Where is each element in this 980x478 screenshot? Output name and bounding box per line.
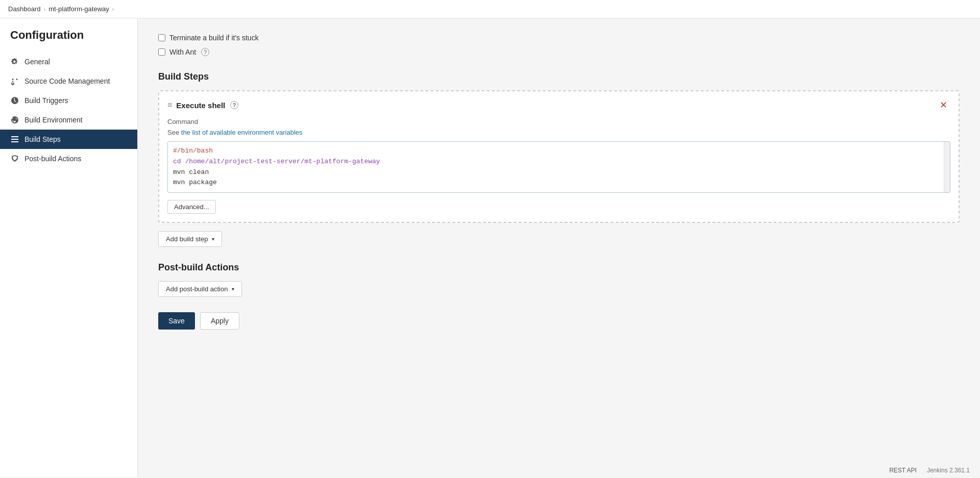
execute-shell-title: ≡ Execute shell ? <box>167 100 238 110</box>
add-build-step-label: Add build step <box>166 235 208 243</box>
with-ant-help-icon[interactable]: ? <box>201 48 209 56</box>
terminate-label: Terminate a build if it's stuck <box>169 34 259 42</box>
code-line-mvn-clean: mvn clean <box>173 167 945 178</box>
code-line-cd: cd /home/alt/project-test-server/mt-plat… <box>173 157 945 167</box>
execute-shell-help-icon[interactable]: ? <box>230 101 238 109</box>
sidebar-item-build-triggers[interactable]: Build Triggers <box>0 91 137 110</box>
env-variables-link[interactable]: the list of available environment variab… <box>181 129 303 136</box>
add-post-build-button[interactable]: Add post-build action ▾ <box>158 281 242 297</box>
add-build-step-button[interactable]: Add build step ▾ <box>158 231 222 247</box>
advanced-button[interactable]: Advanced... <box>167 200 216 214</box>
sidebar-item-source-code[interactable]: Source Code Management <box>0 71 137 91</box>
sidebar-title: Configuration <box>0 29 137 52</box>
code-line-mvn-package: mvn package <box>173 178 945 188</box>
gear-icon <box>10 57 19 66</box>
post-build-section: Post-build Actions Add post-build action… <box>158 262 960 297</box>
clock-icon <box>10 96 19 105</box>
footer: REST API Jenkins 2.361.1 <box>879 463 980 477</box>
package-icon <box>10 154 19 163</box>
execute-shell-label: Execute shell <box>176 101 225 110</box>
with-ant-checkbox-row: With Ant ? <box>158 48 960 56</box>
add-build-step-caret: ▾ <box>212 236 214 242</box>
main-content: Terminate a build if it's stuck With Ant… <box>138 18 980 477</box>
build-steps-title: Build Steps <box>158 71 960 82</box>
drag-icon: ≡ <box>167 100 172 110</box>
terminate-checkbox[interactable] <box>158 34 165 41</box>
env-link-text: See the list of available environment va… <box>167 129 950 136</box>
breadcrumb-dashboard[interactable]: Dashboard <box>8 5 41 13</box>
code-line-bash: #/bin/bash <box>173 146 945 157</box>
branch-icon <box>10 77 19 86</box>
breadcrumb: Dashboard › mt-platform-gateway › <box>0 0 980 18</box>
sidebar-item-general[interactable]: General <box>0 52 137 71</box>
add-post-build-caret: ▾ <box>232 286 234 292</box>
post-build-title: Post-build Actions <box>158 262 960 273</box>
command-label: Command <box>167 118 950 125</box>
execute-shell-block: ≡ Execute shell ? ✕ Command See the list… <box>158 90 960 223</box>
svg-rect-0 <box>11 136 18 137</box>
jenkins-version: Jenkins 2.361.1 <box>927 467 970 474</box>
action-bar: Save Apply <box>158 312 960 330</box>
build-steps-section: Build Steps ≡ Execute shell ? ✕ Command … <box>158 71 960 247</box>
sidebar-item-build-triggers-label: Build Triggers <box>24 96 68 105</box>
sidebar-item-build-environment[interactable]: Build Environment <box>0 110 137 130</box>
rest-api-link[interactable]: REST API <box>889 467 917 474</box>
shell-code-display[interactable]: #/bin/bash cd /home/alt/project-test-ser… <box>167 141 950 193</box>
with-ant-label: With Ant <box>169 48 196 56</box>
sidebar: Configuration General Source Code Manage… <box>0 18 138 477</box>
sidebar-item-general-label: General <box>24 58 50 66</box>
sidebar-item-post-build-label: Post-build Actions <box>24 155 81 163</box>
execute-shell-header: ≡ Execute shell ? ✕ <box>167 99 950 111</box>
sidebar-item-build-steps[interactable]: Build Steps <box>0 130 137 149</box>
scrollbar[interactable] <box>944 142 950 192</box>
execute-shell-close-button[interactable]: ✕ <box>937 99 950 111</box>
add-post-build-label: Add post-build action <box>166 285 228 293</box>
breadcrumb-project[interactable]: mt-platform-gateway <box>48 5 109 13</box>
sidebar-item-build-steps-label: Build Steps <box>24 135 61 143</box>
sidebar-item-post-build[interactable]: Post-build Actions <box>0 149 137 168</box>
globe-icon <box>10 115 19 124</box>
with-ant-checkbox[interactable] <box>158 48 165 56</box>
sidebar-item-source-code-label: Source Code Management <box>24 77 110 85</box>
breadcrumb-chevron-1: › <box>44 6 46 12</box>
terminate-checkbox-row: Terminate a build if it's stuck <box>158 34 960 42</box>
breadcrumb-chevron-2: › <box>112 6 114 12</box>
list-icon <box>10 135 19 144</box>
sidebar-item-build-environment-label: Build Environment <box>24 116 83 124</box>
save-button[interactable]: Save <box>158 312 195 330</box>
svg-rect-1 <box>11 139 18 140</box>
apply-button[interactable]: Apply <box>200 312 239 330</box>
build-environment-section: Terminate a build if it's stuck With Ant… <box>158 34 960 56</box>
svg-rect-2 <box>11 141 18 142</box>
